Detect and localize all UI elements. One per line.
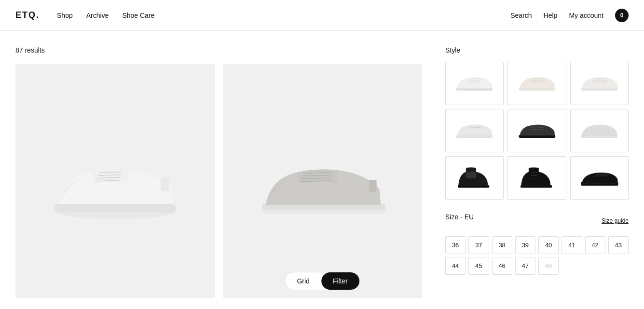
filter-sidebar: Style bbox=[445, 31, 629, 298]
main-nav: Shop Archive Shoe Care bbox=[57, 12, 154, 19]
svg-rect-13 bbox=[369, 180, 376, 192]
view-toggle-bar: Grid Filter bbox=[285, 272, 360, 290]
size-button-42[interactable]: 42 bbox=[585, 236, 605, 254]
size-filter-header: Size - EU Size guide bbox=[445, 213, 629, 228]
style-item-9[interactable] bbox=[570, 156, 629, 200]
style-filter-title: Style bbox=[445, 46, 629, 54]
size-button-40[interactable]: 40 bbox=[538, 236, 559, 254]
size-button-41[interactable]: 41 bbox=[562, 236, 582, 254]
size-button-46[interactable]: 46 bbox=[492, 257, 512, 275]
main-container: 87 results bbox=[0, 31, 644, 298]
style-item-5[interactable] bbox=[507, 109, 566, 152]
size-button-43[interactable]: 43 bbox=[608, 236, 629, 254]
style-item-3[interactable] bbox=[570, 62, 629, 105]
style-item-7[interactable] bbox=[445, 156, 504, 200]
svg-point-35 bbox=[598, 128, 599, 128]
cart-badge[interactable]: 0 bbox=[615, 9, 629, 22]
svg-point-38 bbox=[600, 130, 600, 130]
size-grid: 36373839404142434445464748 bbox=[445, 236, 629, 275]
nav-search[interactable]: Search bbox=[510, 12, 532, 19]
style-item-2[interactable] bbox=[507, 62, 566, 105]
style-shoe-svg-4 bbox=[454, 117, 494, 145]
products-area: 87 results bbox=[15, 31, 445, 298]
products-grid: Grid Filter bbox=[15, 64, 422, 298]
size-button-44[interactable]: 44 bbox=[445, 257, 466, 275]
style-item-1[interactable] bbox=[445, 62, 504, 105]
size-button-36[interactable]: 36 bbox=[445, 236, 466, 254]
style-shoe-svg-7 bbox=[454, 164, 494, 192]
style-shoe-svg-1 bbox=[454, 69, 494, 97]
size-button-37[interactable]: 37 bbox=[468, 236, 489, 254]
style-grid bbox=[445, 62, 629, 200]
product-image-1 bbox=[15, 64, 215, 298]
style-shoe-svg-2 bbox=[517, 69, 557, 97]
svg-rect-1 bbox=[55, 204, 176, 212]
shoe-svg-2 bbox=[253, 139, 392, 223]
filter-button[interactable]: Filter bbox=[321, 272, 359, 290]
shoe-svg-1 bbox=[45, 139, 185, 223]
style-item-4[interactable] bbox=[445, 109, 504, 152]
product-card-1[interactable] bbox=[15, 64, 215, 298]
style-shoe-svg-5 bbox=[517, 117, 557, 145]
style-shoe-svg-6 bbox=[579, 117, 619, 145]
svg-rect-6 bbox=[161, 178, 169, 191]
nav-archive[interactable]: Archive bbox=[86, 12, 109, 19]
style-shoe-svg-9 bbox=[579, 164, 619, 192]
size-filter-title: Size - EU bbox=[445, 213, 474, 221]
style-shoe-svg-8 bbox=[517, 164, 557, 192]
logo[interactable]: ETQ. bbox=[15, 10, 40, 20]
size-guide-link[interactable]: Size guide bbox=[602, 217, 629, 224]
nav-my-account[interactable]: My account bbox=[569, 12, 603, 19]
grid-view-button[interactable]: Grid bbox=[285, 272, 321, 290]
size-button-45[interactable]: 45 bbox=[468, 257, 489, 275]
results-count: 87 results bbox=[15, 46, 422, 54]
product-card-2[interactable]: Grid Filter bbox=[223, 64, 423, 298]
header-right: Search Help My account 0 bbox=[510, 9, 629, 22]
nav-shoe-care[interactable]: Shoe Care bbox=[122, 12, 154, 19]
svg-point-36 bbox=[601, 129, 602, 129]
style-item-8[interactable] bbox=[507, 156, 566, 200]
svg-point-37 bbox=[597, 130, 597, 131]
svg-point-39 bbox=[603, 130, 603, 131]
size-button-39[interactable]: 39 bbox=[515, 236, 535, 254]
style-shoe-svg-3 bbox=[579, 69, 619, 97]
style-item-6[interactable] bbox=[570, 109, 629, 152]
header-left: ETQ. Shop Archive Shoe Care bbox=[15, 10, 154, 20]
header: ETQ. Shop Archive Shoe Care Search Help … bbox=[0, 0, 644, 31]
nav-shop[interactable]: Shop bbox=[57, 12, 73, 19]
svg-point-34 bbox=[596, 129, 596, 129]
nav-help[interactable]: Help bbox=[544, 12, 558, 19]
product-image-2 bbox=[223, 64, 423, 298]
size-button-48: 48 bbox=[538, 257, 559, 275]
size-button-38[interactable]: 38 bbox=[492, 236, 512, 254]
size-button-47[interactable]: 47 bbox=[515, 257, 535, 275]
